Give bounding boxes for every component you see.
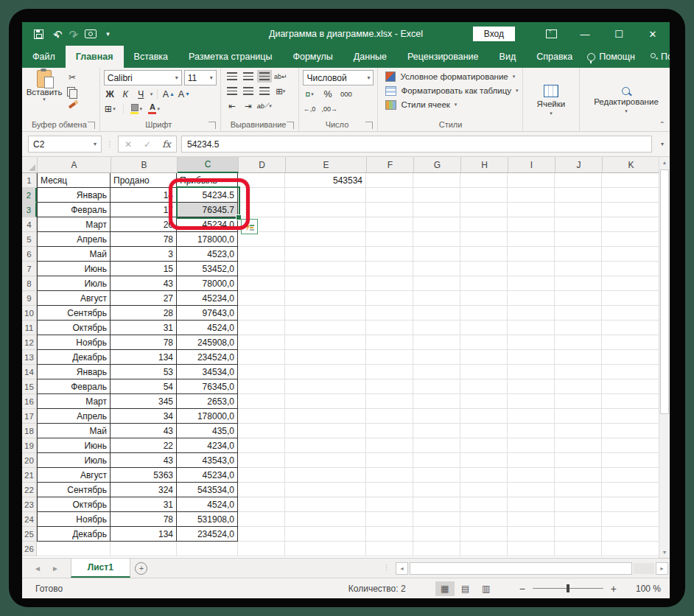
cell-F16[interactable]: [366, 394, 413, 409]
cell-K2[interactable]: [602, 188, 659, 203]
cell-C26[interactable]: [177, 542, 238, 556]
cell-I20[interactable]: [508, 453, 555, 468]
shrink-font-button[interactable]: А▼: [178, 88, 190, 100]
cell-K25[interactable]: [602, 527, 659, 542]
cell-A25[interactable]: Декабрь: [37, 527, 111, 542]
cell-H7[interactable]: [460, 262, 508, 276]
cell-G5[interactable]: [413, 232, 460, 247]
cell-I17[interactable]: [508, 409, 555, 424]
decrease-indent-icon[interactable]: ⇤: [225, 99, 239, 112]
cell-H24[interactable]: [460, 512, 508, 527]
sheet-tab-list1[interactable]: Лист1: [71, 559, 130, 578]
row-header-8[interactable]: 8: [22, 276, 37, 291]
cell-G26[interactable]: [413, 542, 460, 556]
save-icon[interactable]: [34, 29, 43, 39]
cell-A15[interactable]: Февраль: [37, 379, 111, 394]
fill-color-icon[interactable]: ▾: [130, 102, 143, 115]
column-header-H[interactable]: H: [461, 157, 508, 172]
ribbon-display-options-icon[interactable]: [534, 22, 568, 46]
cell-G11[interactable]: [413, 321, 460, 335]
cell-K17[interactable]: [602, 409, 659, 424]
grow-font-button[interactable]: А▲: [162, 88, 175, 100]
cell-B16[interactable]: 345: [111, 394, 177, 409]
vertical-scrollbar[interactable]: ▲ ▼: [659, 157, 670, 558]
cell-K19[interactable]: [602, 438, 659, 453]
minimize-icon[interactable]: —: [568, 22, 602, 46]
cell-B8[interactable]: 43: [111, 276, 177, 291]
cell-I12[interactable]: [508, 335, 555, 350]
cell-J24[interactable]: [555, 512, 602, 527]
cell-B21[interactable]: 5363: [111, 468, 177, 483]
horizontal-scroll-thumb[interactable]: [410, 562, 632, 575]
tab-Разметка страницы[interactable]: Разметка страницы: [178, 46, 282, 68]
cell-D19[interactable]: [238, 438, 285, 453]
font-color-icon[interactable]: А▾: [148, 102, 161, 115]
cell-J8[interactable]: [555, 276, 602, 291]
zoom-slider-handle[interactable]: [567, 584, 569, 592]
cell-I21[interactable]: [508, 468, 555, 483]
conditional-formatting-button[interactable]: Условное форматирование▾: [385, 70, 518, 83]
row-header-1[interactable]: 1: [22, 173, 37, 188]
cell-H20[interactable]: [460, 453, 508, 468]
cell-C5[interactable]: 178000,0: [177, 232, 238, 247]
cell-A4[interactable]: Март: [37, 217, 111, 232]
row-header-14[interactable]: 14: [22, 365, 37, 379]
tab-Данные[interactable]: Данные: [343, 46, 397, 68]
cell-F2[interactable]: [366, 188, 413, 203]
cell-D14[interactable]: [238, 365, 285, 379]
cell-E9[interactable]: [285, 291, 366, 306]
page-break-view-icon[interactable]: ▥: [477, 581, 496, 596]
cell-C7[interactable]: 53452,0: [177, 262, 238, 276]
comma-style-icon[interactable]: 000: [340, 88, 352, 100]
underline-button[interactable]: Ч: [135, 88, 147, 100]
cell-K11[interactable]: [602, 321, 659, 335]
cell-B14[interactable]: 53: [111, 365, 177, 379]
cell-I15[interactable]: [508, 379, 555, 394]
cell-A17[interactable]: Апрель: [37, 409, 111, 424]
column-header-A[interactable]: A: [38, 157, 111, 172]
row-header-16[interactable]: 16: [22, 394, 37, 409]
cell-H9[interactable]: [460, 291, 508, 306]
cell-A13[interactable]: Декабрь: [37, 350, 111, 365]
cell-C2[interactable]: 54234.5: [177, 188, 238, 203]
scroll-right-icon[interactable]: ►: [656, 562, 668, 575]
cell-E20[interactable]: [285, 453, 366, 468]
row-header-7[interactable]: 7: [22, 262, 37, 276]
cell-G16[interactable]: [413, 394, 460, 409]
cell-I6[interactable]: [508, 247, 555, 262]
namebox-resize-handle[interactable]: ⋮: [106, 142, 113, 146]
cell-H21[interactable]: [460, 468, 508, 483]
cell-G24[interactable]: [413, 512, 460, 527]
accounting-format-icon[interactable]: ¤▾: [303, 88, 315, 100]
cell-J12[interactable]: [555, 335, 602, 350]
cell-H23[interactable]: [460, 497, 508, 512]
cell-G23[interactable]: [413, 497, 460, 512]
scrollbar-resize-handle[interactable]: ⋮: [383, 567, 390, 570]
cell-J26[interactable]: [555, 542, 602, 556]
cell-E16[interactable]: [285, 394, 366, 409]
cell-F24[interactable]: [366, 512, 413, 527]
cell-K26[interactable]: [602, 542, 659, 556]
row-header-26[interactable]: 26: [22, 542, 37, 556]
cell-J6[interactable]: [555, 247, 602, 262]
formula-input[interactable]: 54234.5: [181, 136, 652, 153]
borders-icon[interactable]: ⊞▾: [104, 102, 116, 115]
cell-F23[interactable]: [366, 497, 413, 512]
normal-view-icon[interactable]: ▦: [435, 581, 455, 596]
cell-C3[interactable]: 76345.7: [177, 203, 238, 217]
row-header-21[interactable]: 21: [22, 468, 37, 483]
cell-J17[interactable]: [555, 409, 602, 424]
cell-C12[interactable]: 245908,0: [177, 335, 238, 350]
cell-B11[interactable]: 31: [111, 321, 177, 335]
cell-K21[interactable]: [602, 468, 659, 483]
cell-B10[interactable]: 28: [111, 306, 177, 321]
column-header-J[interactable]: J: [555, 157, 603, 172]
cell-E21[interactable]: [285, 468, 366, 483]
cell-B7[interactable]: 15: [111, 262, 177, 276]
cell-J19[interactable]: [555, 438, 602, 453]
prev-sheet-icon[interactable]: ◄: [34, 564, 41, 573]
cell-D8[interactable]: [238, 276, 285, 291]
cell-B12[interactable]: 78: [111, 335, 177, 350]
percent-style-icon[interactable]: %: [321, 88, 334, 100]
cell-I4[interactable]: [508, 217, 555, 232]
